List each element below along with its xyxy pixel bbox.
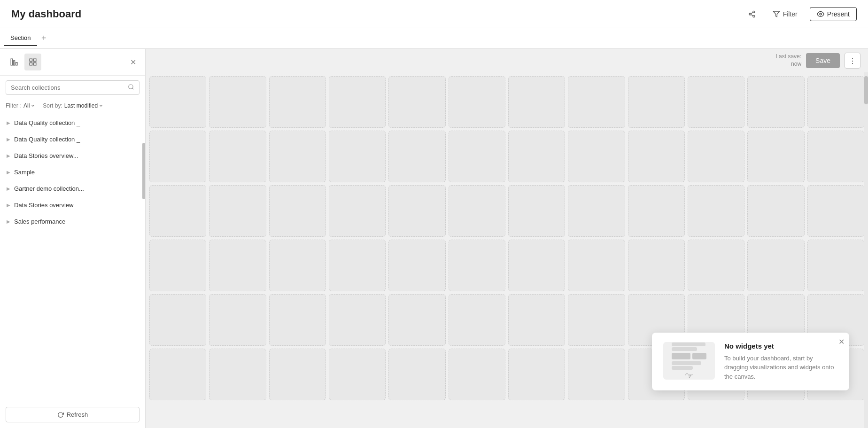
grid-cell[interactable]	[149, 76, 206, 128]
grid-cell[interactable]	[807, 76, 864, 128]
collection-item[interactable]: ▶ Data Stories overview...	[0, 148, 145, 164]
grid-cell[interactable]	[269, 294, 326, 346]
grid-cell[interactable]	[449, 294, 505, 346]
grid-cell[interactable]	[269, 76, 326, 128]
grid-cell[interactable]	[508, 131, 565, 182]
collection-item[interactable]: ▶ Data Quality collection _	[0, 115, 145, 131]
grid-cell[interactable]	[329, 76, 386, 128]
grid-cell[interactable]	[388, 185, 445, 237]
collection-name: Sales performance	[14, 218, 139, 225]
grid-cell[interactable]	[508, 294, 565, 346]
grid-cell[interactable]	[388, 131, 445, 182]
tab-section[interactable]: Section	[4, 31, 37, 46]
collection-name: Sample	[14, 169, 139, 176]
grid-cell[interactable]	[747, 76, 804, 128]
grid-cell[interactable]	[628, 131, 685, 182]
grid-cell[interactable]	[568, 294, 625, 346]
grid-cell[interactable]	[449, 185, 505, 237]
grid-view-button[interactable]	[24, 54, 41, 70]
list-view-button[interactable]	[6, 54, 23, 70]
grid-cell[interactable]	[209, 240, 266, 291]
grid-cell[interactable]	[568, 349, 625, 400]
grid-cell[interactable]	[149, 294, 206, 346]
grid-cell[interactable]	[149, 240, 206, 291]
grid-cell[interactable]	[329, 131, 386, 182]
grid-cell[interactable]	[568, 131, 625, 182]
canvas-scrollbar[interactable]	[864, 72, 868, 428]
grid-cell[interactable]	[628, 76, 685, 128]
grid-cell[interactable]	[269, 185, 326, 237]
grid-cell[interactable]	[568, 240, 625, 291]
sidebar-scroll-thumb[interactable]	[142, 143, 145, 199]
grid-cell[interactable]	[209, 76, 266, 128]
grid-cell[interactable]	[807, 185, 864, 237]
present-button[interactable]: Present	[810, 7, 857, 21]
collection-item[interactable]: ▶ Data Quality collection _	[0, 131, 145, 148]
grid-cell[interactable]	[688, 76, 744, 128]
grid-cell[interactable]	[449, 240, 505, 291]
grid-cell[interactable]	[508, 76, 565, 128]
grid-cell[interactable]	[269, 349, 326, 400]
grid-cell[interactable]	[329, 240, 386, 291]
grid-cell[interactable]	[209, 131, 266, 182]
grid-cell[interactable]	[628, 185, 685, 237]
grid-cell[interactable]	[329, 349, 386, 400]
grid-cell[interactable]	[149, 349, 206, 400]
grid-cell[interactable]	[628, 240, 685, 291]
grid-cell[interactable]	[269, 131, 326, 182]
collection-item[interactable]: ▶ Data Stories overview	[0, 197, 145, 213]
save-button[interactable]: Save	[806, 53, 840, 68]
last-save-time: now	[791, 61, 801, 67]
grid-cell[interactable]	[508, 240, 565, 291]
grid-cell[interactable]	[269, 240, 326, 291]
search-input[interactable]	[11, 84, 125, 91]
sidebar-scrollbar[interactable]	[142, 133, 145, 400]
sort-chevron-icon	[99, 103, 103, 108]
collection-name: Gartner demo collection...	[14, 185, 139, 192]
collection-name: Data Quality collection _	[14, 119, 139, 126]
grid-cell[interactable]	[209, 349, 266, 400]
more-options-button[interactable]: ⋮	[845, 53, 860, 69]
grid-cell[interactable]	[388, 294, 445, 346]
share-button[interactable]	[744, 8, 760, 21]
grid-cell[interactable]	[209, 294, 266, 346]
grid-cell[interactable]	[688, 185, 744, 237]
grid-cell[interactable]	[688, 240, 744, 291]
grid-cell[interactable]	[747, 131, 804, 182]
filter-value-button[interactable]: All	[23, 102, 35, 109]
grid-cell[interactable]	[388, 349, 445, 400]
grid-cell[interactable]	[329, 294, 386, 346]
grid-cell[interactable]	[807, 131, 864, 182]
grid-cell[interactable]	[807, 240, 864, 291]
grid-cell[interactable]	[688, 131, 744, 182]
grid-cell[interactable]	[747, 240, 804, 291]
grid-cell[interactable]	[149, 185, 206, 237]
collection-item[interactable]: ▶ Sample	[0, 164, 145, 180]
grid-cell[interactable]	[149, 131, 206, 182]
filter-button[interactable]: Filter	[768, 8, 802, 21]
add-tab-button[interactable]: +	[37, 32, 50, 45]
grid-cell[interactable]	[449, 76, 505, 128]
eye-icon	[817, 10, 824, 18]
grid-cell[interactable]	[508, 185, 565, 237]
popup-close-button[interactable]: ✕	[838, 337, 845, 346]
refresh-icon	[57, 412, 64, 418]
grid-cell[interactable]	[329, 185, 386, 237]
grid-cell[interactable]	[388, 240, 445, 291]
sort-value-button[interactable]: Last modified	[64, 102, 103, 109]
grid-cell[interactable]	[209, 185, 266, 237]
grid-icon	[29, 58, 37, 66]
grid-cell[interactable]	[508, 349, 565, 400]
grid-cell[interactable]	[568, 76, 625, 128]
sidebar-close-button[interactable]: ✕	[126, 55, 140, 69]
collection-item[interactable]: ▶ Gartner demo collection...	[0, 180, 145, 197]
refresh-button[interactable]: Refresh	[6, 407, 140, 422]
collection-item[interactable]: ▶ Sales performance	[0, 213, 145, 230]
grid-cell[interactable]	[388, 76, 445, 128]
bar-chart-icon	[10, 58, 18, 66]
grid-cell[interactable]	[449, 131, 505, 182]
grid-cell[interactable]	[747, 185, 804, 237]
canvas-scroll-thumb[interactable]	[864, 76, 868, 104]
grid-cell[interactable]	[568, 185, 625, 237]
grid-cell[interactable]	[449, 349, 505, 400]
